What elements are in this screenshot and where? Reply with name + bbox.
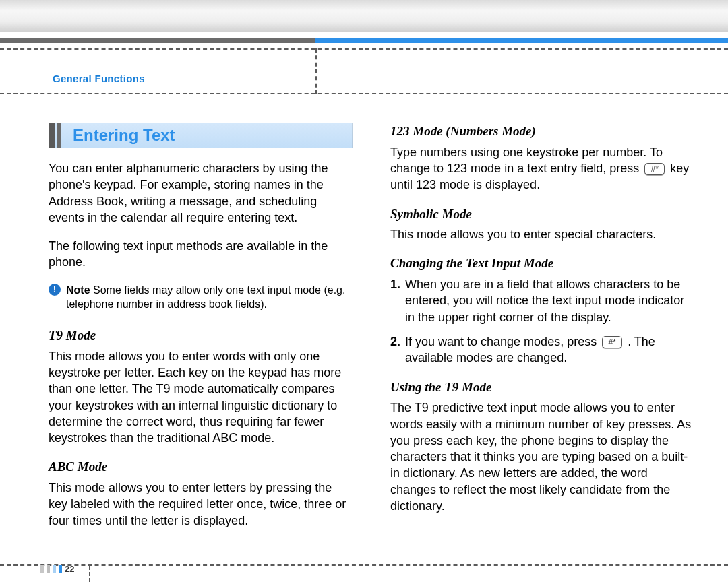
page-number: 22 — [65, 564, 74, 574]
note-text: Note Some fields may allow only one text… — [66, 283, 353, 312]
manual-page: General Functions Entering Text You can … — [0, 0, 728, 582]
cut-line-lower — [0, 564, 728, 566]
subhead-abc: ABC Mode — [49, 458, 353, 476]
subhead-123: 123 Mode (Numbers Mode) — [390, 123, 694, 140]
page-tick-4 — [59, 565, 62, 573]
num-body-a: Type numbers using one keystroke per num… — [390, 146, 663, 175]
header-bar-blue — [315, 38, 728, 43]
left-column: Entering Text You can enter alphanumeric… — [49, 123, 353, 554]
sym-body: This mode allows you to enter special ch… — [390, 226, 694, 243]
subhead-using-t9: Using the T9 Mode — [390, 379, 694, 396]
intro-paragraph-1: You can enter alphanumeric characters by… — [49, 160, 353, 226]
step-1-num: 1. — [390, 276, 400, 292]
heading-accent-1 — [49, 123, 55, 148]
cut-line-upper — [0, 48, 728, 50]
subhead-changing: Changing the Text Input Mode — [390, 255, 694, 272]
right-column: 123 Mode (Numbers Mode) Type numbers usi… — [390, 123, 694, 554]
page-tick-2 — [47, 565, 50, 573]
cut-line-upper-vertical — [315, 48, 317, 94]
step-2-body-a: If you want to change modes, press — [405, 335, 600, 348]
subhead-symbolic: Symbolic Mode — [390, 205, 694, 223]
step-2: 2. If you want to change modes, press #*… — [390, 333, 694, 366]
info-icon: ! — [49, 284, 61, 296]
intro-paragraph-2: The following text input methods are ava… — [49, 238, 353, 271]
page-heading: Entering Text — [61, 123, 353, 148]
subhead-t9: T9 Mode — [49, 327, 353, 344]
page-heading-box: Entering Text — [49, 123, 353, 148]
section-label: General Functions — [53, 73, 145, 84]
changing-steps: 1. When you are in a field that allows c… — [390, 276, 694, 366]
hash-key-icon: #* — [602, 336, 622, 348]
cut-line-lower-vertical — [89, 566, 90, 582]
step-2-num: 2. — [390, 333, 400, 350]
cut-line-mid — [0, 93, 728, 94]
top-gradient — [0, 0, 728, 32]
note-label: Note — [66, 284, 90, 296]
step-1: 1. When you are in a field that allows c… — [390, 276, 694, 325]
page-tick-3 — [53, 565, 56, 573]
header-bar-grey — [0, 38, 315, 43]
using-t9-body: The T9 predictive text input mode allows… — [390, 399, 694, 514]
page-number-mark: 22 — [40, 564, 74, 574]
page-tick-1 — [40, 565, 44, 573]
step-1-body: When you are in a field that allows char… — [405, 278, 684, 324]
note-body: Some fields may allow only one text inpu… — [66, 284, 345, 311]
hash-key-icon: #* — [644, 163, 665, 175]
num-body: Type numbers using one keystroke per num… — [390, 144, 694, 193]
abc-body: This mode allows you to enter letters by… — [49, 480, 353, 529]
note-block: ! Note Some fields may allow only one te… — [49, 283, 353, 312]
content-columns: Entering Text You can enter alphanumeric… — [49, 123, 694, 554]
t9-body: This mode allows you to enter words with… — [49, 348, 353, 447]
